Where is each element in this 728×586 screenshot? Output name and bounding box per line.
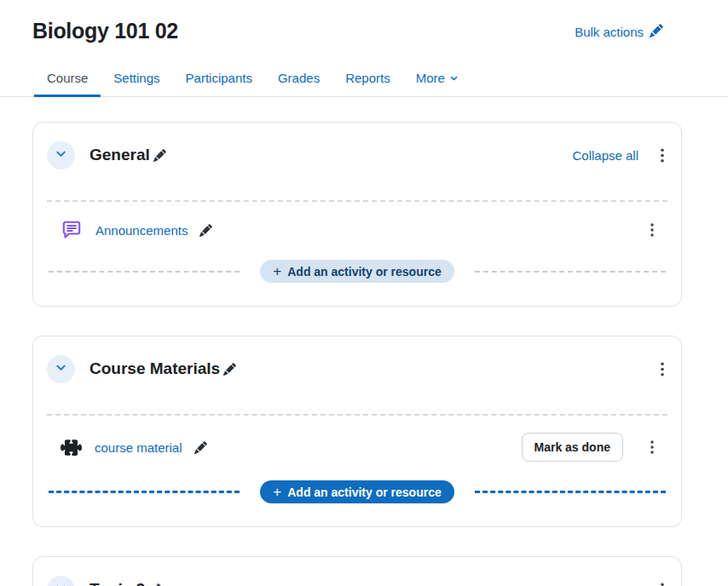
edit-section-name-icon[interactable] [145, 580, 165, 586]
add-activity-button[interactable]: + Add an activity or resource [260, 260, 454, 283]
add-activity-row: + Add an activity or resource [47, 480, 667, 503]
activity-link[interactable]: Announcements [95, 223, 188, 238]
edit-section-name-icon[interactable] [150, 146, 170, 165]
tab-participants[interactable]: Participants [173, 62, 265, 96]
add-activity-label: Add an activity or resource [287, 265, 442, 279]
collapse-section-button[interactable] [47, 141, 75, 169]
forum-icon [61, 219, 83, 241]
dashed-rule [49, 491, 240, 493]
section-menu-button[interactable] [657, 579, 667, 586]
tab-more[interactable]: More [403, 62, 471, 96]
bulk-actions-link[interactable]: Bulk actions [575, 24, 663, 40]
section-menu-button[interactable] [657, 359, 667, 380]
chevron-down-icon [55, 147, 67, 163]
dashed-rule [475, 491, 666, 493]
section-title: Topic 2 [90, 580, 145, 586]
add-activity-label: Add an activity or resource [287, 485, 442, 499]
add-activity-row: + Add an activity or resource [47, 260, 667, 283]
tab-reports[interactable]: Reports [332, 62, 403, 96]
activity-link[interactable]: course material [95, 440, 182, 455]
plus-icon: + [273, 264, 281, 279]
chevron-down-icon [55, 582, 67, 586]
tab-grades[interactable]: Grades [265, 62, 332, 96]
section-topic-2: Topic 2 [32, 556, 682, 586]
chevron-down-icon [449, 71, 459, 85]
page-header: Biology 101 02 Bulk actions [0, 0, 728, 43]
edit-activity-name-icon[interactable] [196, 221, 216, 240]
activity-menu-button[interactable] [647, 437, 657, 457]
dashed-rule [475, 271, 666, 273]
edit-activity-name-icon[interactable] [191, 438, 211, 457]
page-title: Biology 101 02 [32, 19, 178, 43]
section-course-materials: Course Materials course material Mark as… [32, 336, 682, 527]
tab-settings[interactable]: Settings [101, 62, 172, 96]
section-menu-button[interactable] [657, 145, 667, 166]
section-title: Course Materials [90, 359, 220, 378]
course-nav: Course Settings Participants Grades Repo… [0, 62, 728, 97]
mark-as-done-button[interactable]: Mark as done [522, 433, 623, 462]
section-topic-2-header: Topic 2 [47, 572, 667, 586]
collapse-section-button[interactable] [47, 355, 75, 383]
chevron-down-icon [55, 361, 67, 376]
activity-row: course material Mark as done [47, 416, 667, 479]
course-nav-tabs: Course Settings Participants Grades Repo… [34, 62, 728, 96]
section-gap [33, 386, 681, 414]
dashed-rule [49, 271, 240, 273]
plus-icon: + [273, 485, 281, 499]
activity-row: Announcements [47, 202, 667, 258]
edit-mode-pencil-icon [650, 24, 663, 40]
tab-course[interactable]: Course [34, 62, 101, 96]
section-general-header: General Collapse all [47, 138, 667, 172]
section-course-materials-header: Course Materials [47, 352, 667, 386]
collapse-section-button[interactable] [47, 576, 75, 586]
activity-menu-button[interactable] [647, 220, 657, 240]
puzzle-icon [61, 437, 82, 458]
course-content: General Collapse all Announcements [32, 122, 682, 586]
collapse-all-link[interactable]: Collapse all [572, 148, 638, 163]
edit-section-name-icon[interactable] [220, 359, 240, 379]
add-activity-button[interactable]: + Add an activity or resource [260, 480, 454, 503]
bulk-actions-label: Bulk actions [575, 25, 644, 39]
section-gap [33, 172, 681, 200]
section-general: General Collapse all Announcements [32, 122, 682, 307]
section-title: General [90, 146, 150, 164]
